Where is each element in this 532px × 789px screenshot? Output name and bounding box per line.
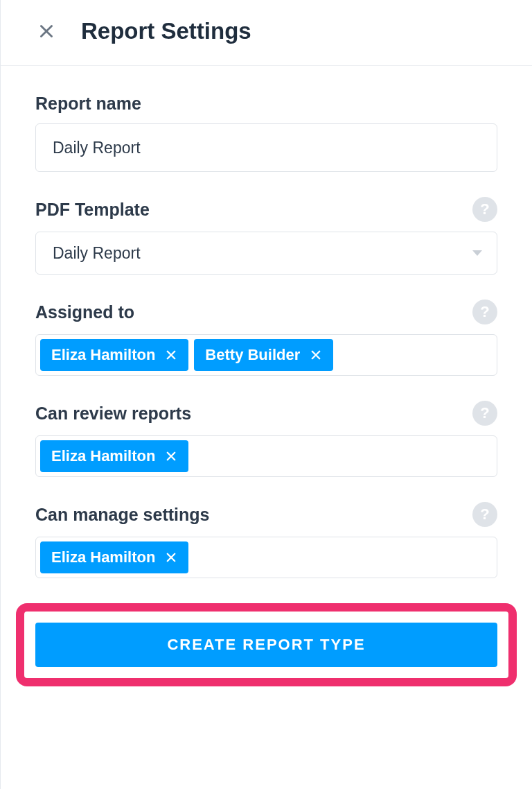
page-title: Report Settings — [81, 18, 251, 44]
report-name-input[interactable] — [35, 123, 497, 172]
report-name-label: Report name — [35, 94, 141, 114]
chip-label: Betty Builder — [205, 346, 300, 364]
chip-label: Eliza Hamilton — [51, 346, 155, 364]
chip-label: Eliza Hamilton — [51, 447, 155, 465]
user-chip: Eliza Hamilton — [40, 541, 188, 573]
chip-remove-icon[interactable] — [163, 449, 179, 464]
can-manage-input[interactable]: Eliza Hamilton — [35, 537, 497, 578]
help-icon[interactable]: ? — [472, 197, 497, 222]
close-icon[interactable] — [37, 21, 56, 41]
pdf-template-value: Daily Report — [53, 244, 141, 263]
can-manage-label: Can manage settings — [35, 505, 209, 525]
chip-label: Eliza Hamilton — [51, 548, 155, 566]
field-can-review: Can review reports ? Eliza Hamilton — [35, 401, 497, 477]
pdf-template-label: PDF Template — [35, 200, 150, 220]
help-icon[interactable]: ? — [472, 300, 497, 324]
form-content: Report name PDF Template ? Daily Report … — [1, 66, 532, 578]
highlight-annotation: CREATE REPORT TYPE — [16, 603, 517, 686]
help-icon[interactable]: ? — [472, 401, 497, 426]
field-pdf-template: PDF Template ? Daily Report — [35, 197, 497, 275]
assigned-to-label: Assigned to — [35, 302, 134, 322]
chip-remove-icon[interactable] — [163, 550, 179, 565]
chevron-down-icon — [472, 250, 482, 256]
user-chip: Eliza Hamilton — [40, 339, 188, 371]
user-chip: Eliza Hamilton — [40, 440, 188, 472]
chip-remove-icon[interactable] — [308, 347, 323, 363]
field-can-manage: Can manage settings ? Eliza Hamilton — [35, 502, 497, 578]
user-chip: Betty Builder — [194, 339, 333, 371]
help-icon[interactable]: ? — [472, 502, 497, 527]
can-review-label: Can review reports — [35, 404, 191, 424]
chip-remove-icon[interactable] — [163, 347, 179, 363]
create-report-type-button[interactable]: CREATE REPORT TYPE — [35, 623, 497, 667]
field-assigned-to: Assigned to ? Eliza Hamilton Betty Build… — [35, 300, 497, 376]
assigned-to-input[interactable]: Eliza Hamilton Betty Builder — [35, 334, 497, 376]
dialog-header: Report Settings — [1, 0, 532, 66]
pdf-template-select[interactable]: Daily Report — [35, 232, 497, 275]
can-review-input[interactable]: Eliza Hamilton — [35, 435, 497, 477]
field-report-name: Report name — [35, 94, 497, 172]
